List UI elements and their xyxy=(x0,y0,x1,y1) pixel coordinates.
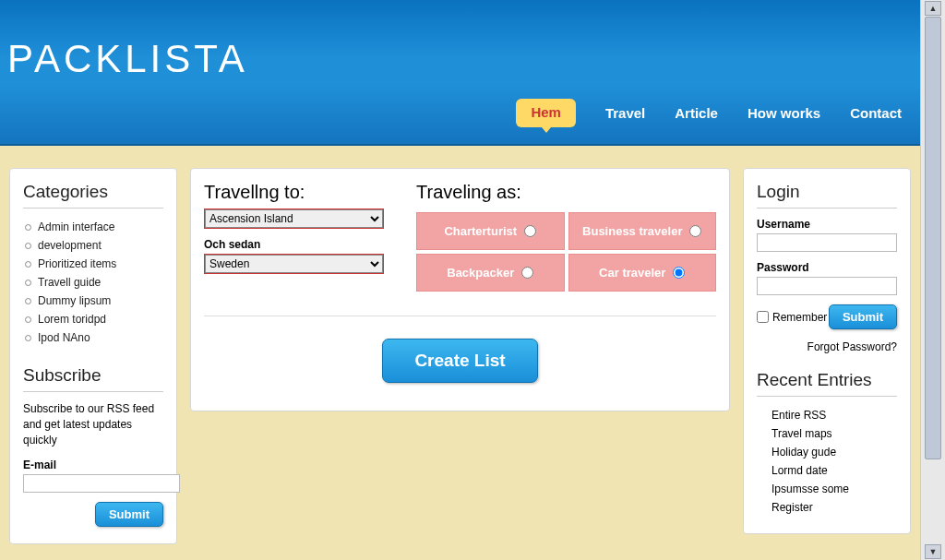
vertical-scrollbar[interactable]: ▲ ▼ xyxy=(920,0,945,560)
create-list-button[interactable]: Create List xyxy=(382,339,537,383)
username-label: Username xyxy=(757,218,897,231)
category-item[interactable]: Prioritized items xyxy=(25,255,163,273)
categories-title: Categories xyxy=(23,182,163,209)
subscribe-submit-button[interactable]: Submit xyxy=(95,502,163,527)
login-title: Login xyxy=(757,182,897,209)
categories-list: Admin interfacedevelopmentPrioritized it… xyxy=(25,218,163,347)
login-submit-button[interactable]: Submit xyxy=(829,304,897,329)
site-logo: Packlista xyxy=(7,0,920,81)
email-label: E-mail xyxy=(23,459,163,471)
recent-entry-item[interactable]: Holiday gude xyxy=(772,443,897,461)
password-input[interactable] xyxy=(757,277,897,295)
page-body: Categories Admin interfacedevelopmentPri… xyxy=(0,146,920,560)
main-panel: Travellng to: Ascension Island Och sedan… xyxy=(190,168,730,411)
subscribe-text: Subscribe to our RSS feed and get latest… xyxy=(23,401,163,447)
traveler-radio[interactable] xyxy=(521,267,533,279)
scroll-down-arrow[interactable]: ▼ xyxy=(925,544,941,559)
password-label: Password xyxy=(757,261,897,274)
username-input[interactable] xyxy=(757,233,897,252)
och-sedan-label: Och sedan xyxy=(204,238,398,251)
remember-checkbox-label[interactable]: Remember xyxy=(757,311,827,324)
subscribe-title: Subscribe xyxy=(23,365,163,392)
traveler-option[interactable]: Business traveler xyxy=(568,212,717,250)
recent-entries-title: Recent Entries xyxy=(757,370,897,397)
traveler-form: Traveling as: CharterturistBusiness trav… xyxy=(416,182,716,292)
destination-select[interactable]: Ascension Island xyxy=(205,209,383,228)
main-nav: HemTravelArticleHow worksContact xyxy=(516,99,902,127)
traveler-radio[interactable] xyxy=(689,225,701,237)
category-item[interactable]: Travell guide xyxy=(25,273,163,292)
scroll-thumb[interactable] xyxy=(925,17,941,459)
nav-item-contact[interactable]: Contact xyxy=(850,105,902,121)
recent-entry-item[interactable]: Travel maps xyxy=(772,424,897,443)
recent-entries-list: Entire RSSTravel mapsHoliday gudeLormd d… xyxy=(772,406,897,517)
traveler-radio[interactable] xyxy=(673,267,685,279)
nav-item-travel[interactable]: Travel xyxy=(605,105,645,121)
traveler-option[interactable]: Charterturist xyxy=(416,212,565,250)
destination-form: Travellng to: Ascension Island Och sedan… xyxy=(204,182,398,292)
right-sidebar: Login Username Password Remember xyxy=(743,168,911,534)
category-item[interactable]: Ipod NAno xyxy=(25,328,163,347)
category-item[interactable]: Admin interface xyxy=(25,218,163,236)
scroll-up-arrow[interactable]: ▲ xyxy=(925,1,941,16)
nav-item-how-works[interactable]: How works xyxy=(748,105,820,121)
forgot-password-link[interactable]: Forgot Password? xyxy=(757,340,897,353)
recent-entry-item[interactable]: Lormd date xyxy=(772,461,897,480)
traveler-option[interactable]: Backpacker xyxy=(416,254,565,292)
remember-checkbox[interactable] xyxy=(757,311,769,323)
och-sedan-select[interactable]: Sweden xyxy=(205,255,383,273)
traveling-as-label: Traveling as: xyxy=(416,182,716,203)
nav-item-hem[interactable]: Hem xyxy=(516,99,576,127)
header: Packlista HemTravelArticleHow worksConta… xyxy=(0,0,920,146)
left-sidebar: Categories Admin interfacedevelopmentPri… xyxy=(9,168,177,544)
category-item[interactable]: Dummy lipsum xyxy=(25,292,163,310)
category-item[interactable]: Lorem toridpd xyxy=(25,310,163,328)
email-input[interactable] xyxy=(23,474,180,493)
recent-entry-item[interactable]: Ipsumsse some xyxy=(772,480,897,498)
recent-entry-item[interactable]: Register xyxy=(772,498,897,517)
travelling-to-label: Travellng to: xyxy=(204,182,398,203)
traveler-radio[interactable] xyxy=(524,225,536,237)
recent-entry-item[interactable]: Entire RSS xyxy=(772,406,897,424)
category-item[interactable]: development xyxy=(25,236,163,255)
traveler-option[interactable]: Car traveler xyxy=(568,254,717,292)
nav-item-article[interactable]: Article xyxy=(675,105,718,121)
